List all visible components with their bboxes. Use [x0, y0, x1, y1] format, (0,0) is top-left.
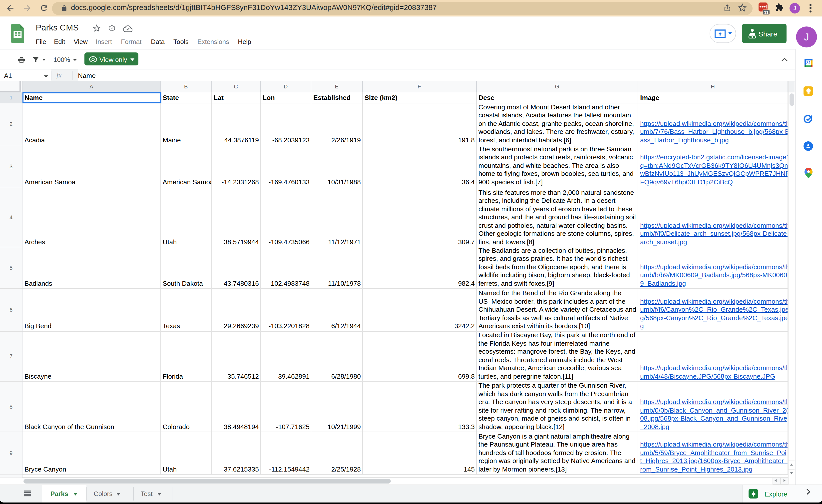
svg-text:31: 31 — [806, 61, 811, 65]
